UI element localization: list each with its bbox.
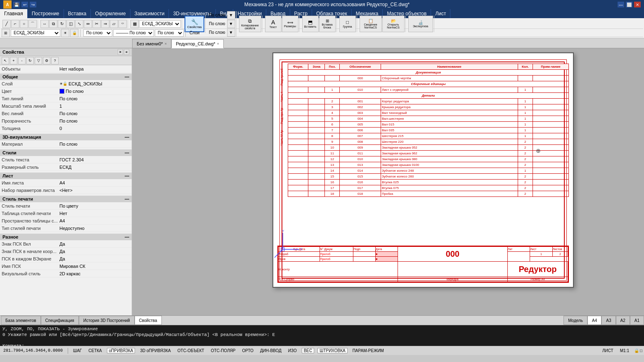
props-tb-help[interactable]: ?: [51, 57, 59, 64]
quick-access-save[interactable]: 💾: [13, 2, 20, 7]
styles-section-header[interactable]: Стили —: [0, 149, 132, 156]
props-collapse-btn[interactable]: «: [124, 49, 129, 55]
status-model-icon[interactable]: □: [640, 348, 642, 353]
maximize-button[interactable]: ⬜: [626, 2, 632, 7]
toolbar-mirror[interactable]: ◫: [66, 20, 75, 28]
status-sheet[interactable]: ЛИСТ: [601, 348, 615, 353]
linetype-btn[interactable]: ▼: [227, 20, 235, 28]
properties-btn[interactable]: 🔧 Свойства: [185, 16, 204, 32]
title-bar: A 💾 ↩ ↪ Механика 23 - не для коммерческо…: [0, 0, 644, 9]
status-weight[interactable]: ВЕС: [302, 348, 315, 353]
color-btn[interactable]: ▼: [227, 11, 235, 19]
ribbon-tab-construct[interactable]: Построение: [28, 9, 64, 18]
toolbar-stretch[interactable]: ⇔: [84, 20, 92, 28]
quick-access-redo[interactable]: ↪: [30, 2, 36, 7]
status-hatch[interactable]: ШТРИХОВКА: [317, 348, 347, 353]
status-ots-polar[interactable]: ОТС-ПОЛЯР: [209, 348, 237, 353]
sheet-a1-tab[interactable]: А1: [630, 316, 644, 325]
3d-section-header[interactable]: 3D-визуализация —: [0, 134, 132, 140]
toolbar-move[interactable]: ↔: [40, 20, 49, 28]
toolbar-trim[interactable]: ✂: [92, 20, 101, 28]
sheet-a3-tab[interactable]: А3: [601, 316, 616, 325]
model-tab-btn[interactable]: Модель: [564, 316, 587, 325]
props-tb-remove[interactable]: -: [18, 57, 26, 64]
toolbar-copy[interactable]: ⧉: [49, 20, 57, 28]
color-select[interactable]: По слою: [83, 29, 112, 37]
minimize-button[interactable]: —: [618, 2, 624, 7]
status-grid[interactable]: СЕТКА: [87, 348, 104, 353]
toolbar-hatch[interactable]: ▦: [130, 20, 139, 28]
dimstyle-row: Размерный стиль ЕСКД: [0, 163, 132, 171]
ribbon-tab-depend[interactable]: Зависимости: [130, 9, 169, 18]
tab-reductor-close[interactable]: ×: [217, 42, 219, 46]
toolbar-rotate[interactable]: ↻: [58, 20, 66, 28]
copy-properties[interactable]: ⧉ Копирование свойств: [239, 16, 261, 32]
ribbon-tab-home[interactable]: Главная: [0, 9, 28, 18]
props-tb-refresh[interactable]: ↻: [26, 57, 34, 64]
group-btn[interactable]: □ Группа: [339, 16, 356, 32]
tab-reductor[interactable]: Редуктор_CE.dwg* ×: [171, 39, 224, 48]
bottom-tab-props[interactable]: Свойства: [135, 316, 162, 325]
linetype-select[interactable]: ——— По слою: [113, 29, 154, 37]
toolbar-scale[interactable]: ⤡: [75, 20, 83, 28]
toolbar-chamfer[interactable]: ▱: [110, 20, 118, 28]
status-iso[interactable]: ИЗО: [286, 348, 298, 353]
props-tb-filter[interactable]: ▽: [35, 57, 42, 64]
lineweight-btn[interactable]: ▼: [227, 28, 235, 37]
status-3dosnap[interactable]: 3D оПРИВЯЗКА: [138, 348, 172, 353]
cmd-input-field[interactable]: [26, 343, 642, 346]
props-tb-settings[interactable]: ⚙: [43, 57, 50, 64]
toolbar-circle[interactable]: ○: [20, 20, 28, 28]
sheet-a4-tab[interactable]: А4: [587, 316, 601, 325]
props-toggle-btn[interactable]: ×: [118, 49, 123, 55]
status-scale[interactable]: М1:1: [618, 348, 631, 353]
status-step[interactable]: ШАГ: [71, 348, 83, 353]
props-tb-add[interactable]: +: [10, 57, 17, 64]
lineweight-select[interactable]: По слою: [155, 29, 184, 37]
dimensions-btn[interactable]: ⟺ Размеры: [282, 16, 298, 32]
props-tb-select[interactable]: ↖: [2, 57, 9, 64]
ribbon-tab-insert[interactable]: Вставка: [64, 9, 91, 18]
close-button[interactable]: ✕: [634, 2, 641, 7]
toolbar-cut[interactable]: ╱: [2, 20, 11, 28]
ribbon-tab-format[interactable]: Оформление: [91, 9, 130, 18]
print-section-header[interactable]: Стиль печати —: [0, 196, 132, 202]
toolbar-arc[interactable]: ⌒: [28, 20, 37, 28]
normaCS-btn[interactable]: 📋 Сведения NormaCS: [360, 16, 382, 32]
bottom-tab-elements[interactable]: База элементов: [1, 316, 41, 325]
tab-unnamed-close[interactable]: ×: [165, 42, 167, 46]
general-section-header[interactable]: Общие —: [0, 73, 132, 80]
canvas-area[interactable]: Форм. Зона Поз. Обозначение Наименование…: [132, 48, 644, 315]
layer-manager-btn[interactable]: ⊞: [2, 29, 10, 37]
misc-section-header[interactable]: Разное —: [0, 234, 132, 240]
status-osnap[interactable]: оПРИВЯЗКА: [107, 348, 135, 353]
layer-value[interactable]: ☀🔓 ЕСКД_ЭСКИЗЫ: [59, 81, 130, 86]
toolbar-polyline[interactable]: ⌐: [11, 20, 19, 28]
expert-btn[interactable]: 🔬 Экспертиза: [408, 16, 433, 32]
insert-block-btn[interactable]: ⊞ Вставка блока: [319, 16, 336, 32]
status-param[interactable]: ПАРАМ-РЕЖИМ: [351, 348, 386, 353]
status-ots-obj[interactable]: ОТС-ОБЪЕКТ: [176, 348, 206, 353]
open-normaCS-btn[interactable]: 📂 Открыть NormaCS: [382, 16, 405, 32]
layer-freeze-btn[interactable]: ☀: [61, 29, 69, 37]
quick-access-undo[interactable]: ↩: [21, 2, 28, 7]
status-ortho[interactable]: ОРТО: [240, 348, 255, 353]
sheet-a2-tab[interactable]: А2: [616, 316, 630, 325]
toolbar-extend[interactable]: ⇒: [101, 20, 109, 28]
bottom-tab-history[interactable]: История 3D Построений: [79, 316, 135, 325]
text-btn[interactable]: A Текст: [265, 16, 282, 32]
layer-lock-btn[interactable]: 🔓: [70, 29, 78, 37]
properties-title: Свойства: [2, 50, 24, 54]
insert-btn[interactable]: ⬒ Вставить: [302, 16, 319, 32]
toolbar-fillet[interactable]: ⌔: [118, 20, 127, 28]
status-bar: 281.7904,146.3464,0.0000 ШАГ СЕТКА оПРИВ…: [0, 346, 644, 355]
sheet-section-header[interactable]: Лист —: [0, 173, 132, 179]
cmd-input-line[interactable]: Команда:: [2, 343, 642, 346]
tab-unnamed[interactable]: Без имени0* ×: [132, 39, 171, 48]
bottom-tab-spec[interactable]: Спецификация: [41, 316, 79, 325]
title-block-format: Размер А4: [507, 277, 568, 282]
layer-combo[interactable]: ЕСКД_ЭСКИЗЫ: [139, 20, 181, 28]
status-dyn[interactable]: ДИН-ВВОД: [258, 348, 283, 353]
status-lock-icon[interactable]: 🔒: [634, 348, 639, 353]
layer-select[interactable]: ЕСКД_ЭСКИЗЫ: [11, 29, 60, 37]
